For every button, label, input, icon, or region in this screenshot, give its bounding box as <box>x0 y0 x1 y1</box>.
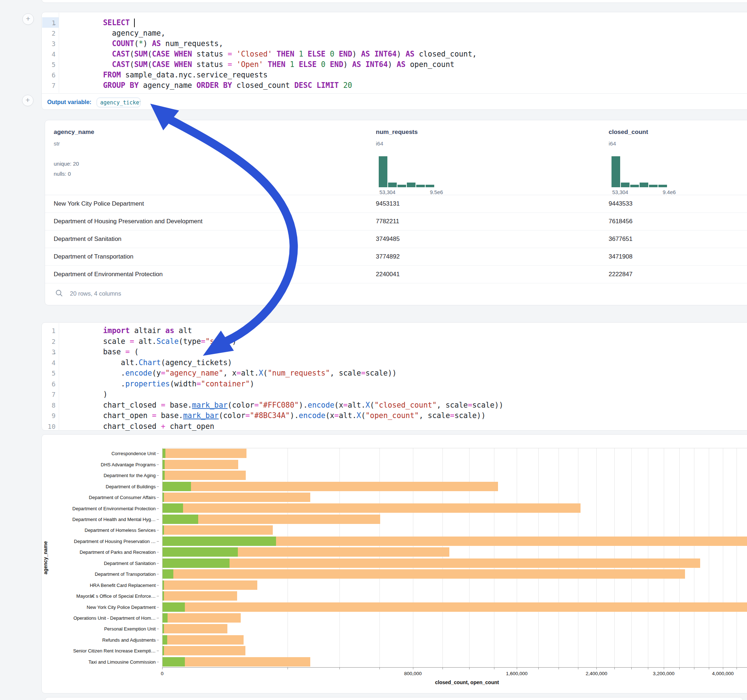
table-cell: 3677651 <box>609 235 632 243</box>
bar-open-count <box>163 503 183 513</box>
histogram-bar <box>630 185 639 187</box>
column-header-num_requests[interactable]: num_requests <box>376 128 417 136</box>
x-tick <box>596 668 597 669</box>
line-number: 4 <box>42 359 56 366</box>
y-tick <box>157 563 159 564</box>
plus-icon: + <box>26 14 30 23</box>
y-tick <box>157 453 159 454</box>
y-tick <box>157 618 159 618</box>
histogram-bar <box>379 156 387 187</box>
x-tick <box>631 668 632 669</box>
bar-closed-count <box>163 581 257 590</box>
y-axis-label: DHS Advantage Programs <box>48 462 156 467</box>
table-cell: 3471908 <box>609 253 632 260</box>
gutter-separator <box>59 323 59 431</box>
x-tick <box>694 668 694 669</box>
gridline <box>413 448 413 667</box>
bar-open-count <box>163 547 238 557</box>
bar-open-count <box>163 482 191 491</box>
histogram-min-label: 53,304 <box>612 189 628 195</box>
y-tick <box>157 541 159 542</box>
gridline <box>694 448 694 667</box>
column-stat: unique: 20 <box>54 161 79 167</box>
bar-open-count <box>163 460 165 469</box>
y-axis-label: Correspondence Unit <box>48 451 156 456</box>
gridline <box>380 448 380 667</box>
x-tick <box>558 668 559 669</box>
text-cursor <box>134 19 135 27</box>
table-row[interactable]: Department of Sanitation37494853677651 <box>45 231 747 248</box>
table-row[interactable]: New York City Police Department945313194… <box>45 195 747 213</box>
bar-open-count <box>163 581 164 590</box>
add-cell-button-top[interactable]: + <box>22 13 34 25</box>
table-cell: Department of Transportation <box>54 253 133 260</box>
histogram-bar <box>649 185 658 187</box>
output-variable-pill[interactable]: agency_tickets <box>97 98 141 107</box>
column-header-agency_name[interactable]: agency_name <box>54 128 94 136</box>
result-table-card: agency_namestrunique: 20nulls: 0num_requ… <box>45 120 747 305</box>
search-icon[interactable] <box>55 289 63 297</box>
bar-closed-count <box>163 493 310 502</box>
y-tick <box>157 607 159 608</box>
x-axis-tick-label: 4,000,000 <box>712 671 734 676</box>
output-variable-label: Output variable: <box>47 99 92 106</box>
bar-open-count <box>163 624 164 634</box>
table-row[interactable]: Department of Housing Preservation and D… <box>45 213 747 231</box>
x-tick <box>723 668 723 669</box>
line-number: 1 <box>42 327 56 335</box>
bar-open-count <box>163 525 164 535</box>
table-row[interactable]: Department of Transportation377489234719… <box>45 248 747 266</box>
y-tick <box>157 465 159 465</box>
x-tick <box>162 668 163 669</box>
histogram-bar <box>426 185 434 187</box>
y-axis-label: Department of Parks and Recreation <box>48 549 156 555</box>
gridline <box>664 448 664 667</box>
next-cell-edge <box>45 697 743 700</box>
column-type: str <box>54 140 60 147</box>
line-number: 8 <box>42 401 56 409</box>
table-cell: 9453131 <box>376 200 400 207</box>
line-number: 3 <box>42 40 56 48</box>
chevron-down-icon[interactable]: ⌄ <box>53 350 57 355</box>
x-axis-tick-label: 2,400,000 <box>585 671 607 676</box>
table-cell: Department of Environmental Protection <box>54 271 163 278</box>
bar-open-count <box>163 514 198 524</box>
bar-open-count <box>163 635 167 644</box>
histogram-bar <box>621 183 629 187</box>
previous-cell-edge <box>41 0 747 3</box>
python-cell[interactable]: 1import altair as alt2scale = alt.Scale(… <box>41 322 747 431</box>
x-tick <box>469 668 470 669</box>
bar-closed-count <box>163 646 245 655</box>
x-axis-tick-label: 3,200,000 <box>653 671 674 676</box>
x-tick <box>287 668 288 669</box>
x-tick <box>736 668 737 669</box>
x-axis-tick-label: 1,600,000 <box>506 671 528 676</box>
bar-closed-count <box>163 558 700 568</box>
add-cell-button-middle[interactable]: + <box>22 95 33 106</box>
gridline <box>469 448 470 667</box>
bar-closed-count <box>163 602 747 612</box>
column-header-closed_count[interactable]: closed_count <box>609 128 648 136</box>
gutter-separator <box>59 13 59 93</box>
bar-open-count <box>163 646 164 655</box>
code-line: import altair as alt <box>103 326 192 336</box>
histogram-max-label: 9.5e6 <box>430 189 443 195</box>
column-stat: nulls: 0 <box>54 170 71 177</box>
x-tick <box>494 668 494 669</box>
y-axis-label: Department of Environmental Protection <box>48 505 156 511</box>
y-tick <box>157 475 159 476</box>
code-line: SELECT <box>103 18 135 28</box>
y-axis-label: HRA Benefit Card Replacement <box>48 582 156 588</box>
y-tick <box>157 662 159 662</box>
code-line: CAST(SUM(CASE WHEN status = 'Closed' THE… <box>103 49 477 59</box>
bar-closed-count <box>163 460 238 469</box>
code-line: GROUP BY agency_name ORDER BY closed_cou… <box>103 80 352 91</box>
histogram-bar <box>416 185 425 187</box>
y-axis-label: Senior Citizen Rent Increase Exempti… <box>48 648 156 653</box>
y-tick <box>157 508 159 509</box>
table-row[interactable]: Department of Environmental Protection22… <box>45 266 747 284</box>
chevron-down-icon[interactable]: ⌄ <box>53 21 57 26</box>
sql-cell[interactable]: 1⌄SELECT 2 agency_name,3 COUNT(*) AS num… <box>41 12 747 110</box>
code-line: chart_closed = base.mark_bar(color="#FFC… <box>103 400 504 410</box>
bar-open-count <box>163 471 165 480</box>
